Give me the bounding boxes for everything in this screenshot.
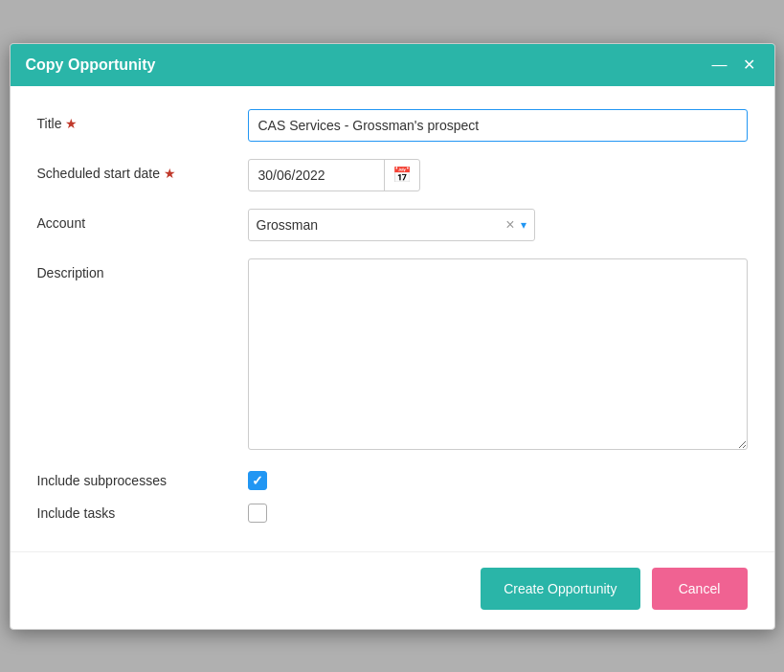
scheduled-start-required-star: ★ [164, 166, 176, 181]
include-tasks-checkbox-wrapper[interactable] [248, 504, 267, 523]
create-opportunity-button[interactable]: Create Opportunity [481, 568, 639, 610]
description-label: Description [37, 258, 248, 280]
account-dropdown-button[interactable]: ▾ [521, 218, 526, 232]
description-textarea[interactable] [248, 258, 748, 450]
calendar-icon: 📅 [392, 166, 412, 184]
account-controls: × ▾ [505, 217, 526, 233]
minimize-button[interactable]: — [708, 56, 731, 74]
dialog-body: Title ★ Scheduled start date ★ 📅 [11, 86, 774, 551]
include-tasks-row: Include tasks [37, 504, 748, 523]
account-control: Grossman × ▾ [248, 209, 748, 241]
dialog-header: Copy Opportunity — ✕ [11, 44, 774, 86]
dialog-controls: — ✕ [708, 56, 759, 74]
dialog-footer: Create Opportunity Cancel [11, 556, 774, 629]
copy-opportunity-dialog: Copy Opportunity — ✕ Title ★ Scheduled s… [10, 43, 775, 630]
description-control [248, 258, 748, 454]
close-button[interactable]: ✕ [739, 56, 759, 74]
footer-divider [11, 551, 774, 552]
account-label: Account [37, 209, 248, 231]
account-value: Grossman [257, 217, 506, 233]
calendar-button[interactable]: 📅 [384, 160, 419, 190]
title-label: Title ★ [37, 109, 248, 131]
description-row: Description [37, 258, 748, 454]
account-wrapper[interactable]: Grossman × ▾ [248, 209, 535, 241]
title-required-star: ★ [65, 116, 78, 131]
dialog-title: Copy Opportunity [26, 56, 156, 74]
cancel-button[interactable]: Cancel [652, 568, 748, 610]
account-row: Account Grossman × ▾ [37, 209, 748, 241]
include-tasks-checkbox[interactable] [248, 504, 267, 523]
include-tasks-label: Include tasks [37, 505, 248, 521]
include-subprocesses-checkbox-wrapper[interactable] [248, 471, 267, 490]
include-subprocesses-row: Include subprocesses [37, 471, 748, 490]
scheduled-start-date-row: Scheduled start date ★ 📅 [37, 159, 748, 191]
title-row: Title ★ [37, 109, 748, 142]
date-wrapper: 📅 [248, 159, 420, 191]
scheduled-start-date-label: Scheduled start date ★ [37, 159, 248, 181]
title-input[interactable] [248, 109, 748, 142]
account-clear-button[interactable]: × [505, 217, 514, 233]
include-subprocesses-label: Include subprocesses [37, 473, 248, 488]
date-input[interactable] [249, 162, 384, 189]
scheduled-start-control: 📅 [248, 159, 748, 191]
title-control [248, 109, 748, 142]
include-subprocesses-checkbox[interactable] [248, 471, 267, 490]
